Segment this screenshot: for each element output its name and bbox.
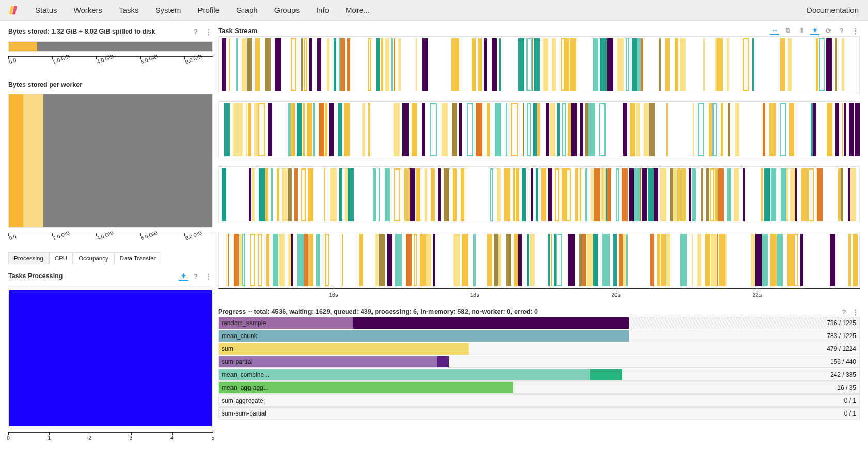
task-bar: [504, 168, 511, 221]
task-bar: [273, 234, 278, 286]
task-stream-title: Task Stream: [218, 27, 257, 35]
tab-occupancy[interactable]: Occupancy: [73, 252, 114, 264]
task-bar: [844, 103, 847, 156]
task-bar: [585, 103, 588, 156]
task-bar: [412, 103, 417, 156]
task-bar: [236, 38, 237, 91]
nav-status[interactable]: Status: [35, 6, 57, 14]
task-bar: [416, 38, 417, 91]
task-bar: [593, 38, 598, 91]
tasks-processing-chart: [8, 288, 213, 427]
task-bar: [703, 38, 705, 91]
task-bar: [791, 168, 795, 221]
task-bar: [342, 234, 343, 286]
task-bar: [255, 38, 260, 91]
reset-icon[interactable]: ⟳: [824, 26, 833, 35]
task-bar: [526, 38, 532, 91]
task-bar: [830, 234, 835, 286]
task-bar: [640, 168, 641, 221]
task-bar: [855, 103, 860, 156]
bytes-per-worker-header: Bytes stored per worker: [8, 80, 213, 89]
nav-more[interactable]: More...: [346, 6, 370, 14]
nav-system[interactable]: System: [155, 6, 181, 14]
task-bar: [667, 103, 668, 156]
boxzoom-icon[interactable]: ⧉: [783, 26, 793, 35]
pan-icon[interactable]: ↔: [770, 26, 779, 35]
hover-icon[interactable]: ✦: [810, 26, 819, 35]
hover-icon[interactable]: ✦: [179, 271, 188, 281]
task-bar: [319, 103, 324, 156]
topbar: Status Workers Tasks System Profile Grap…: [0, 0, 868, 21]
task-bar: [247, 38, 252, 91]
task-bar: [619, 234, 623, 286]
task-bar: [506, 234, 512, 286]
task-bar: [279, 234, 285, 286]
help-icon[interactable]: ?: [191, 271, 200, 281]
task-bar: [340, 38, 345, 91]
task-bar: [495, 103, 496, 156]
task-stream-chart[interactable]: 16s 18s 20s 22s: [218, 36, 860, 300]
task-bar: [692, 168, 696, 221]
task-bar: [518, 234, 522, 286]
task-bar: [395, 234, 401, 286]
task-bar: [402, 103, 408, 156]
nav-groups[interactable]: Groups: [274, 6, 300, 14]
task-bar: [373, 168, 376, 221]
task-bar: [229, 38, 230, 91]
task-bar: [304, 234, 308, 286]
progress-label: sum-aggregate: [222, 395, 264, 406]
task-bar: [394, 168, 401, 221]
task-bar: [385, 38, 389, 91]
task-bar: [404, 168, 407, 221]
help-icon[interactable]: ?: [191, 27, 200, 36]
nav-workers[interactable]: Workers: [74, 6, 103, 14]
nav-profile[interactable]: Profile: [197, 6, 220, 14]
task-bar: [667, 234, 670, 286]
menu-icon[interactable]: ⋮: [204, 271, 213, 281]
task-bar: [761, 168, 763, 221]
help-icon[interactable]: ?: [837, 26, 846, 35]
task-bar: [770, 234, 777, 286]
task-bar: [680, 38, 686, 91]
task-bar: [552, 38, 556, 91]
task-bar: [681, 168, 686, 221]
menu-icon[interactable]: ⋮: [850, 26, 860, 35]
task-bar: [762, 234, 768, 286]
task-bar: [414, 234, 417, 286]
task-bar: [743, 168, 744, 221]
task-bar: [422, 103, 425, 156]
xwheel-icon[interactable]: ⦀: [797, 26, 806, 35]
task-bar: [249, 168, 251, 221]
task-bar: [607, 38, 613, 91]
tab-data-transfer[interactable]: Data Transfer: [114, 252, 162, 264]
task-bar: [268, 103, 272, 156]
task-bar: [492, 38, 497, 91]
task-bar: [265, 168, 268, 221]
nav-documentation[interactable]: Documentation: [807, 6, 859, 14]
task-bar: [271, 168, 273, 221]
bytes-per-worker-chart: [8, 94, 213, 228]
task-bar: [490, 168, 493, 221]
progress-row-mean-combine: mean_combine... 242 / 385: [218, 369, 860, 381]
task-bar: [394, 103, 400, 156]
nav-graph[interactable]: Graph: [236, 6, 258, 14]
progress-count: 16 / 35: [837, 382, 856, 393]
nav-tasks[interactable]: Tasks: [119, 6, 138, 14]
task-bar: [715, 38, 716, 91]
menu-icon[interactable]: ⋮: [850, 307, 860, 316]
task-bar: [835, 103, 839, 156]
task-bar: [339, 168, 342, 221]
tab-cpu[interactable]: CPU: [49, 252, 73, 264]
task-bar: [258, 234, 262, 286]
task-bar: [848, 234, 851, 286]
task-bar: [527, 234, 529, 286]
task-bar: [487, 103, 490, 156]
task-bar: [459, 103, 462, 156]
tab-processing[interactable]: Processing: [8, 252, 49, 264]
help-icon[interactable]: ?: [840, 307, 849, 316]
menu-icon[interactable]: ⋮: [204, 27, 213, 36]
nav-info[interactable]: Info: [316, 6, 329, 14]
task-bar: [554, 234, 555, 286]
task-bar: [533, 103, 537, 156]
task-bar: [301, 168, 306, 221]
